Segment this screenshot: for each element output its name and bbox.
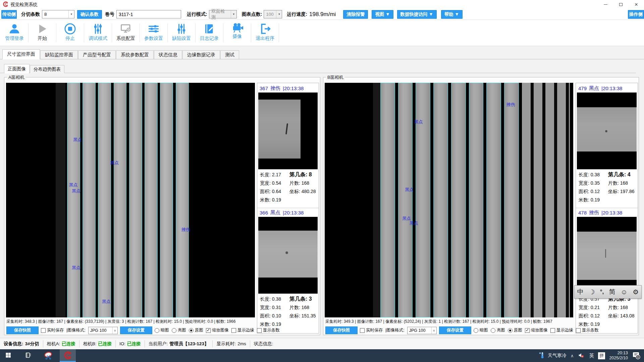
image-format-select[interactable]: JPG 100∨: [88, 327, 118, 334]
capture-button[interactable]: 摄像: [225, 20, 250, 46]
confirm-count-button[interactable]: 确认条数: [77, 10, 102, 19]
ime-simplified-mode[interactable]: 简: [609, 285, 615, 299]
data-quick-access-button[interactable]: 数据快捷访问 ▼: [397, 10, 437, 19]
start-icon: [33, 23, 52, 35]
film-surface: [577, 107, 637, 152]
start-menu-button[interactable]: [0, 349, 16, 362]
zoom-image-checkbox[interactable]: [525, 328, 530, 333]
taskbar: 天气寒冷 ∧ 英 拼 20:13 2025/2/10 6: [0, 349, 644, 362]
camera-b-title: B面相机: [326, 74, 345, 80]
clock[interactable]: 20:13 2025/2/10: [609, 351, 628, 361]
weather-widget[interactable]: 天气寒冷: [539, 351, 567, 360]
exit-program-button[interactable]: 退出程序: [253, 20, 277, 46]
zoom-image-checkbox[interactable]: [206, 328, 211, 333]
bright-image-radio[interactable]: [491, 328, 495, 333]
film-strip: [129, 83, 142, 317]
show-strips-checkbox[interactable]: [576, 328, 581, 333]
film-side-stripes: [522, 83, 570, 317]
save-settings-button[interactable]: 保存设置: [439, 326, 471, 334]
notification-center-button[interactable]: 6: [632, 351, 641, 361]
dark-image-radio[interactable]: [155, 328, 159, 333]
save-settings-button[interactable]: 保存设置: [120, 326, 152, 334]
drive-side-button[interactable]: 传动侧: [1, 10, 17, 19]
show-strips-checkbox[interactable]: [257, 328, 262, 333]
minimize-button[interactable]: [598, 0, 613, 9]
save-snapshot-button[interactable]: 保存快照: [6, 326, 39, 334]
ime-punctuation-mode[interactable]: °,: [600, 285, 604, 299]
black-dot-defect-mark: [605, 130, 607, 132]
tab-size-monitor[interactable]: 尺寸监控界面: [2, 49, 40, 59]
tab-edge-data-record[interactable]: 边缘数据记录: [182, 50, 220, 59]
current-user-value: 管理员【123-123】: [169, 341, 209, 347]
clock-date: 2025/2/10: [609, 356, 628, 361]
view-menu-button[interactable]: 视图 ▼: [372, 10, 393, 19]
volume-muted-icon[interactable]: [578, 352, 585, 360]
tab-system-param-config[interactable]: 系统参数配置: [116, 50, 154, 59]
language-indicator[interactable]: 英: [589, 353, 594, 359]
close-button[interactable]: ✕: [629, 0, 644, 9]
show-edge-checkbox[interactable]: [231, 328, 236, 333]
defect-time: |20:13:38: [601, 85, 622, 91]
defect-label: 挫伤: [506, 102, 515, 108]
defect-label: 黑点: [72, 188, 80, 194]
clear-alarm-button[interactable]: 清除报警: [343, 10, 368, 19]
ime-language-bar: 中 ☽ °, 简 ☺ ⚙: [574, 285, 642, 299]
debug-mode-button[interactable]: 调试模式: [86, 20, 110, 46]
original-image-radio[interactable]: [508, 328, 513, 333]
defect-detail-header: 479 黑点 |20:13:38: [576, 84, 638, 93]
defect-label: 黑点: [405, 187, 414, 193]
task-view-button[interactable]: [20, 349, 36, 362]
stop-button[interactable]: 停止: [58, 20, 83, 46]
maximize-button[interactable]: [613, 0, 629, 9]
ime-mode-indicator[interactable]: 拼: [598, 352, 605, 359]
snipping-tool-button[interactable]: [40, 349, 56, 362]
admin-login-button[interactable]: 管理登录: [2, 20, 27, 46]
start-button[interactable]: 开始: [30, 20, 55, 46]
subtab-trend-chart[interactable]: 分布趋势图表: [30, 65, 64, 73]
moon-icon[interactable]: ☽: [589, 285, 595, 299]
defect-label: 挫伤: [181, 227, 190, 233]
stop-icon: [60, 23, 80, 35]
film-strip: [504, 83, 519, 317]
notification-badge: 6: [637, 355, 639, 359]
app-taskbar-button[interactable]: [60, 349, 76, 362]
scratch-defect-mark: [605, 249, 606, 258]
bright-image-radio[interactable]: [172, 328, 176, 333]
hidden-icons-button[interactable]: ∧: [571, 353, 574, 358]
realtime-save-checkbox[interactable]: [41, 328, 46, 333]
subtab-front-image[interactable]: 正面图像: [4, 64, 30, 73]
defect-type: 黑点: [270, 209, 280, 216]
roll-number-input[interactable]: [116, 10, 181, 18]
tab-status-info[interactable]: 状态信息: [154, 50, 182, 59]
param-settings-button[interactable]: 参数设置: [141, 20, 166, 46]
realtime-save-checkbox[interactable]: [360, 328, 365, 333]
defect-label: 黑点: [410, 220, 418, 226]
divider: [112, 23, 112, 42]
show-edge-checkbox[interactable]: [550, 328, 555, 333]
thermometer-icon: [539, 351, 546, 360]
defect-label: 黑点: [110, 160, 119, 166]
help-menu-button[interactable]: 帮助 ▼: [441, 10, 463, 19]
defect-detail-header: 478 挫伤 |20:13:38: [576, 208, 638, 217]
save-snapshot-button[interactable]: 保存快照: [325, 326, 358, 334]
film-strip: [114, 83, 127, 317]
tab-product-model-config[interactable]: 产品型号配置: [78, 50, 116, 59]
chart-points-select[interactable]: 100▼: [264, 10, 282, 18]
gear-icon[interactable]: ⚙: [633, 285, 639, 299]
image-format-select[interactable]: JPG 100∨: [407, 327, 437, 334]
status-bar: 设备信息:3#分切 相机A:已连接 相机B:已连接 IO:已连接 当前用户:管理…: [0, 338, 644, 349]
tab-test[interactable]: 测试: [220, 50, 239, 59]
maximize-icon: [619, 3, 623, 6]
log-record-button[interactable]: 日志记录: [197, 20, 222, 46]
ime-chinese-mode[interactable]: 中: [577, 285, 584, 299]
emoji-icon[interactable]: ☺: [621, 285, 627, 299]
exit-icon: [255, 23, 275, 35]
system-config-button[interactable]: 系统配置: [113, 20, 138, 46]
operator-side-button[interactable]: 操作侧: [628, 10, 644, 19]
dark-image-radio[interactable]: [474, 328, 478, 333]
slit-count-select[interactable]: 8▼: [42, 10, 74, 18]
run-mode-select[interactable]: 双面检测▼: [209, 10, 237, 18]
defect-settings-button[interactable]: 缺陷设置: [169, 20, 194, 46]
original-image-radio[interactable]: [189, 328, 194, 333]
tab-defect-monitor[interactable]: 缺陷监控界面: [40, 50, 78, 59]
